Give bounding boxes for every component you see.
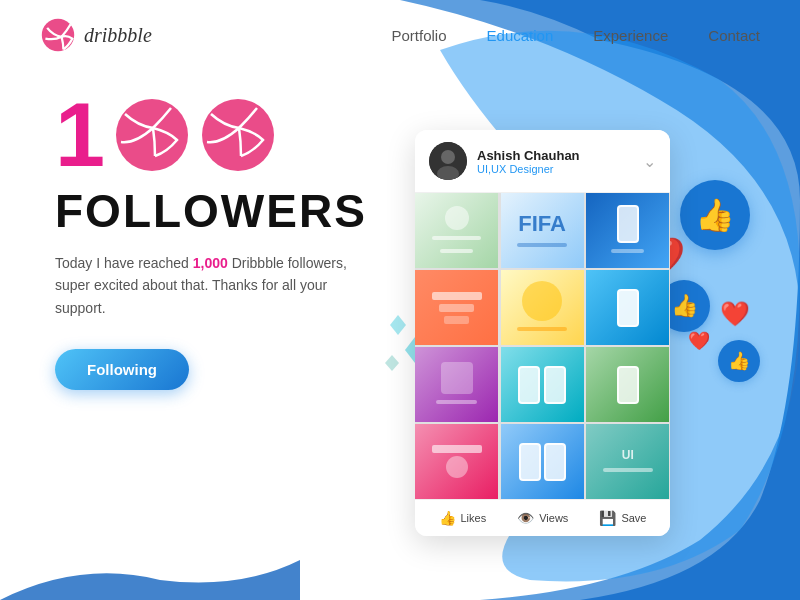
nav-experience[interactable]: Experience	[593, 27, 668, 44]
likes-icon: 👍	[439, 510, 456, 526]
reaction-heart-tiny: ❤️	[688, 330, 710, 352]
profile-info: Ashish Chauhan UI,UX Designer	[429, 142, 580, 180]
grid-item-5	[501, 270, 584, 345]
svg-point-1	[116, 99, 188, 171]
nav-portfolio[interactable]: Portfolio	[392, 27, 447, 44]
reaction-thumbs-large: 👍	[680, 180, 750, 250]
profile-name: Ashish Chauhan	[477, 148, 580, 163]
save-icon: 💾	[599, 510, 616, 526]
ball-icon-1	[113, 96, 191, 174]
grid-item-11	[501, 424, 584, 499]
grid-item-3	[586, 193, 669, 268]
views-label: Views	[539, 512, 568, 524]
grid-item-7	[415, 347, 498, 422]
grid-item-10	[415, 424, 498, 499]
followers-count: 1	[55, 90, 375, 180]
following-button[interactable]: Following	[55, 349, 189, 390]
thumbs-up-large-icon: 👍	[695, 196, 735, 234]
logo-text: dribbble	[84, 24, 152, 47]
heart-tiny-icon: ❤️	[688, 331, 710, 351]
grid-item-4	[415, 270, 498, 345]
followers-description: Today I have reached 1,000 Dribbble foll…	[55, 252, 375, 319]
grid-item-6	[586, 270, 669, 345]
footer-likes[interactable]: 👍 Likes	[439, 510, 487, 526]
footer-views[interactable]: 👁️ Views	[517, 510, 568, 526]
dribbble-logo-icon	[40, 17, 76, 53]
save-label: Save	[621, 512, 646, 524]
header: dribbble Portfolio Education Experience …	[0, 0, 800, 70]
reaction-heart-small: ❤️	[720, 300, 750, 328]
heart-small-icon: ❤️	[720, 300, 750, 327]
thumbs-up-small-icon: 👍	[728, 350, 750, 372]
reaction-thumbs-small: 👍	[718, 340, 760, 382]
card-footer: 👍 Likes 👁️ Views 💾 Save	[415, 499, 670, 536]
count-number: 1	[55, 90, 105, 180]
profile-title: UI,UX Designer	[477, 163, 580, 175]
logo: dribbble	[40, 17, 152, 53]
profile-card: Ashish Chauhan UI,UX Designer ⌄ FIFA	[415, 130, 670, 536]
footer-save[interactable]: 💾 Save	[599, 510, 646, 526]
likes-label: Likes	[461, 512, 487, 524]
thumbs-up-medium-icon: 👍	[671, 293, 698, 319]
nav-education[interactable]: Education	[487, 27, 554, 44]
grid-item-12: UI	[586, 424, 669, 499]
grid-item-1	[415, 193, 498, 268]
left-content: 1 FOLLOWERS Today I have reached 1,000 D…	[55, 90, 375, 390]
nav-contact[interactable]: Contact	[708, 27, 760, 44]
svg-point-4	[441, 150, 455, 164]
profile-text: Ashish Chauhan UI,UX Designer	[477, 148, 580, 175]
profile-header: Ashish Chauhan UI,UX Designer ⌄	[415, 130, 670, 193]
desc-plain: Today I have reached	[55, 255, 193, 271]
navigation: Portfolio Education Experience Contact	[392, 27, 761, 44]
views-icon: 👁️	[517, 510, 534, 526]
grid-item-9	[586, 347, 669, 422]
grid-item-2: FIFA	[501, 193, 584, 268]
followers-label: FOLLOWERS	[55, 188, 375, 234]
ball-icon-2	[199, 96, 277, 174]
image-grid: FIFA	[415, 193, 670, 499]
svg-point-2	[202, 99, 274, 171]
chevron-down-icon[interactable]: ⌄	[643, 152, 656, 171]
grid-item-8	[501, 347, 584, 422]
avatar	[429, 142, 467, 180]
desc-highlight: 1,000	[193, 255, 228, 271]
